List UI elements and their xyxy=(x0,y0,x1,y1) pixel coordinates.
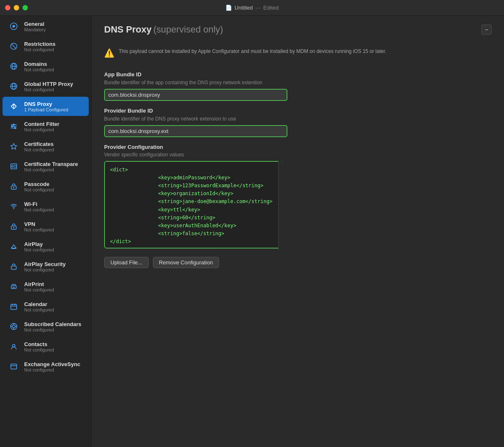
subscribed-calendars-name: Subscribed Calendars xyxy=(24,321,81,327)
svg-marker-26 xyxy=(11,245,16,248)
sidebar-item-passcode[interactable]: PasscodeNot configured xyxy=(2,177,89,196)
sidebar-item-exchange-activesync[interactable]: Exchange ActiveSyncNot configured xyxy=(2,357,89,376)
sidebar-item-calendar[interactable]: CalendarNot configured xyxy=(2,297,89,316)
vpn-sub: Not configured xyxy=(24,227,54,232)
sidebar-item-airprint[interactable]: AirPrintNot configured xyxy=(2,277,89,296)
maximize-button[interactable] xyxy=(22,5,28,10)
close-button[interactable] xyxy=(5,5,10,10)
page-title: DNS Proxy (supervised only) xyxy=(104,24,223,35)
restrictions-sub: Not configured xyxy=(24,47,55,52)
content-filter-icon xyxy=(7,120,20,133)
sidebar-scroll[interactable]: GeneralMandatoryRestrictionsNot configur… xyxy=(0,16,91,447)
global-http-proxy-name: Global HTTP Proxy xyxy=(24,81,73,87)
sidebar: GeneralMandatoryRestrictionsNot configur… xyxy=(0,16,92,447)
sidebar-item-domains[interactable]: DomainsNot configured xyxy=(2,57,89,76)
sidebar-item-airplay[interactable]: AirPlayNot configured xyxy=(2,237,89,256)
sidebar-item-wifi[interactable]: Wi-FiNot configured xyxy=(2,197,89,216)
svg-rect-32 xyxy=(11,304,17,309)
provider-bundle-id-section: Provider Bundle ID Bundle identifier of … xyxy=(104,108,492,144)
app-bundle-id-label: App Bundle ID xyxy=(104,71,492,78)
restrictions-icon xyxy=(7,40,20,53)
calendar-name: Calendar xyxy=(24,301,54,307)
window-title: 📄 Untitled — Edited xyxy=(225,5,279,11)
contacts-sub: Not configured xyxy=(24,347,54,352)
subscribed-calendars-icon xyxy=(7,320,20,333)
certificate-transparency-text: Certificate TranspareNot configured xyxy=(24,161,78,172)
config-scrollbar[interactable] xyxy=(278,161,283,250)
title-name: Untitled xyxy=(235,5,253,11)
minimize-button[interactable] xyxy=(14,5,19,10)
dns-proxy-icon xyxy=(7,100,20,113)
warning-box: ⚠️ This payload cannot be installed by A… xyxy=(104,43,492,65)
svg-point-42 xyxy=(12,344,15,347)
exchange-activesync-text: Exchange ActiveSyncNot configured xyxy=(24,361,80,372)
calendar-text: CalendarNot configured xyxy=(24,301,54,312)
certificate-transparency-sub: Not configured xyxy=(24,167,78,172)
airplay-name: AirPlay xyxy=(24,241,54,247)
svg-point-25 xyxy=(13,227,15,229)
calendar-icon xyxy=(7,300,20,313)
wifi-icon xyxy=(7,200,20,213)
exchange-activesync-sub: Not configured xyxy=(24,367,80,372)
domains-icon xyxy=(7,60,20,73)
sidebar-item-certificates[interactable]: CertificatesNot configured xyxy=(2,137,89,156)
provider-configuration-section: Provider Configuration Vendor specific c… xyxy=(104,144,492,250)
sidebar-item-global-http-proxy[interactable]: Global HTTP ProxyNot configured xyxy=(2,77,89,96)
vpn-text: VPNNot configured xyxy=(24,221,54,232)
provider-config-textarea[interactable] xyxy=(104,161,283,249)
sidebar-item-general[interactable]: GeneralMandatory xyxy=(2,17,89,36)
airplay-security-icon xyxy=(7,260,20,273)
sidebar-item-vpn[interactable]: VPNNot configured xyxy=(2,217,89,236)
global-http-proxy-text: Global HTTP ProxyNot configured xyxy=(24,81,73,92)
general-sub: Mandatory xyxy=(24,27,46,32)
content-area: DNS Proxy (supervised only) − ⚠️ This pa… xyxy=(92,16,504,447)
domains-name: Domains xyxy=(24,61,54,67)
contacts-icon xyxy=(7,340,20,353)
passcode-sub: Not configured xyxy=(24,187,54,192)
remove-configuration-button[interactable]: Remove Configuration xyxy=(153,257,219,268)
sidebar-item-subscribed-calendars[interactable]: Subscribed CalendarsNot configured xyxy=(2,317,89,336)
dns-proxy-text: DNS Proxy1 Payload Configured xyxy=(24,101,68,112)
minimize-section-button[interactable]: − xyxy=(482,25,492,35)
subscribed-calendars-sub: Not configured xyxy=(24,327,81,332)
app-bundle-id-input[interactable] xyxy=(104,89,287,101)
general-text: GeneralMandatory xyxy=(24,21,46,32)
svg-point-23 xyxy=(13,208,14,209)
sidebar-item-content-filter[interactable]: Content FilterNot configured xyxy=(2,117,89,136)
title-status: Edited xyxy=(263,5,279,11)
title-separator: — xyxy=(255,5,261,11)
upload-file-button[interactable]: Upload File... xyxy=(104,257,149,268)
sidebar-item-dns-proxy[interactable]: DNS Proxy1 Payload Configured xyxy=(2,97,89,116)
sidebar-item-certificate-transparency[interactable]: Certificate TranspareNot configured xyxy=(2,157,89,176)
content-filter-sub: Not configured xyxy=(24,127,60,132)
airplay-icon xyxy=(7,240,20,253)
dns-proxy-name: DNS Proxy xyxy=(24,101,68,107)
action-buttons: Upload File... Remove Configuration xyxy=(104,257,492,268)
domains-text: DomainsNot configured xyxy=(24,61,54,72)
sidebar-item-airplay-security[interactable]: AirPlay SecurityNot configured xyxy=(2,257,89,276)
svg-rect-43 xyxy=(11,364,17,369)
svg-point-1 xyxy=(12,25,15,28)
svg-point-16 xyxy=(14,127,16,129)
config-textarea-wrapper xyxy=(104,161,283,250)
provider-config-desc: Vendor specific configuration values xyxy=(104,152,492,158)
airplay-security-sub: Not configured xyxy=(24,267,66,272)
svg-point-22 xyxy=(13,187,15,188)
domains-sub: Not configured xyxy=(24,67,54,72)
certificates-text: CertificatesNot configured xyxy=(24,141,54,152)
provider-bundle-id-desc: Bundle identifier of the DNS proxy netwo… xyxy=(104,116,492,123)
wifi-name: Wi-Fi xyxy=(24,201,54,207)
subscribed-calendars-text: Subscribed CalendarsNot configured xyxy=(24,321,81,332)
provider-bundle-id-input[interactable] xyxy=(104,125,287,137)
svg-point-15 xyxy=(11,126,13,127)
restrictions-name: Restrictions xyxy=(24,41,55,47)
sidebar-item-restrictions[interactable]: RestrictionsNot configured xyxy=(2,37,89,56)
dns-proxy-sub: 1 Payload Configured xyxy=(24,107,68,112)
sidebar-item-contacts[interactable]: ContactsNot configured xyxy=(2,337,89,356)
provider-bundle-id-label: Provider Bundle ID xyxy=(104,108,492,114)
window-controls[interactable] xyxy=(5,5,28,10)
passcode-text: PasscodeNot configured xyxy=(24,181,54,192)
general-icon xyxy=(7,20,20,33)
vpn-icon xyxy=(7,220,20,233)
svg-line-3 xyxy=(11,44,16,49)
